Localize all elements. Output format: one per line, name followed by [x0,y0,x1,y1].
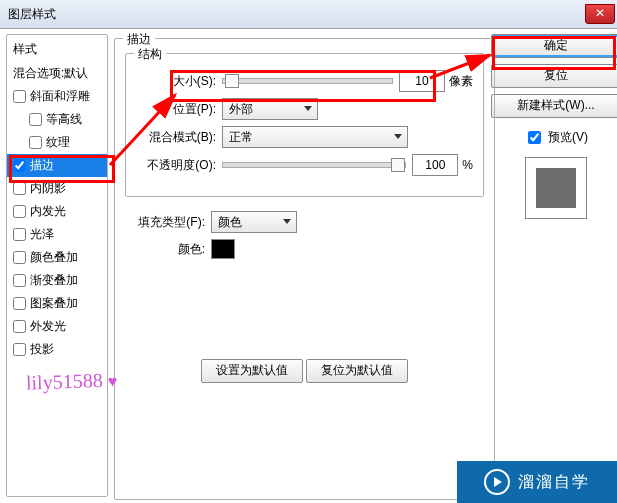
style-check-bevel[interactable] [13,90,26,103]
style-label: 内发光 [30,203,66,220]
style-check-outer-glow[interactable] [13,320,26,333]
style-item-contour[interactable]: 等高线 [7,108,107,131]
style-label: 描边 [30,157,54,174]
style-check-gradient-overlay[interactable] [13,274,26,287]
preview-swatch [536,168,576,208]
filltype-value: 颜色 [218,214,242,231]
heart-icon: ♥ [107,372,117,389]
filltype-select[interactable]: 颜色 [211,211,297,233]
style-item-pattern-overlay[interactable]: 图案叠加 [7,292,107,315]
blend-options-label: 混合选项:默认 [13,65,88,82]
style-label: 内阴影 [30,180,66,197]
watermark-text: lily51588 [26,369,103,394]
color-swatch[interactable] [211,239,235,259]
position-select[interactable]: 外部 [222,98,318,120]
style-item-inner-shadow[interactable]: 内阴影 [7,177,107,200]
logo-text: 溜溜自学 [518,472,590,493]
style-item-outer-glow[interactable]: 外发光 [7,315,107,338]
slider-thumb-icon[interactable] [225,74,239,88]
style-label: 投影 [30,341,54,358]
preview-box [525,157,587,219]
style-check-color-overlay[interactable] [13,251,26,264]
brand-logo: 溜溜自学 [457,461,617,503]
opacity-unit: % [462,158,473,172]
opacity-slider[interactable] [222,162,406,168]
structure-group-title: 结构 [134,46,166,63]
slider-thumb-icon[interactable] [391,158,405,172]
style-label: 渐变叠加 [30,272,78,289]
blendmode-label: 混合模式(B): [136,129,216,146]
position-value: 外部 [229,101,253,118]
preview-label: 预览(V) [548,129,588,146]
defaults-row: 设置为默认值 复位为默认值 [125,359,484,383]
style-label: 斜面和浮雕 [30,88,90,105]
color-row: 颜色: [125,239,484,259]
window-buttons: ✕ [585,4,617,24]
style-check-inner-glow[interactable] [13,205,26,218]
preview-checkbox[interactable] [528,131,541,144]
new-style-button[interactable]: 新建样式(W)... [491,94,617,118]
style-item-inner-glow[interactable]: 内发光 [7,200,107,223]
blendmode-select[interactable]: 正常 [222,126,408,148]
style-label: 等高线 [46,111,82,128]
play-icon [484,469,510,495]
opacity-row: 不透明度(O): % [136,154,473,176]
watermark: lily51588 ♥ [26,368,118,394]
structure-group: 结构 大小(S): 像素 位置(P): 外部 混合模式(B): 正 [125,53,484,197]
blend-options-default[interactable]: 混合选项:默认 [7,62,107,85]
opacity-label: 不透明度(O): [136,157,216,174]
size-row: 大小(S): 像素 [136,70,473,92]
actions-panel: 确定 复位 新建样式(W)... 预览(V) [501,34,611,497]
style-label: 光泽 [30,226,54,243]
reset-default-button[interactable]: 复位为默认值 [306,359,408,383]
filltype-row: 填充类型(F): 颜色 [125,211,484,233]
content-area: 样式 混合选项:默认 斜面和浮雕 等高线 纹理 描边 内阴影 内发光 [0,28,617,503]
style-check-inner-shadow[interactable] [13,182,26,195]
size-label: 大小(S): [136,73,216,90]
filltype-label: 填充类型(F): [125,214,205,231]
style-check-contour[interactable] [29,113,42,126]
style-item-gradient-overlay[interactable]: 渐变叠加 [7,269,107,292]
position-row: 位置(P): 外部 [136,98,473,120]
size-input[interactable] [399,70,445,92]
style-label: 纹理 [46,134,70,151]
ok-button[interactable]: 确定 [491,34,617,58]
style-item-drop-shadow[interactable]: 投影 [7,338,107,361]
color-label: 颜色: [125,241,205,258]
styles-panel: 样式 混合选项:默认 斜面和浮雕 等高线 纹理 描边 内阴影 内发光 [6,34,108,497]
reset-button[interactable]: 复位 [491,64,617,88]
style-item-satin[interactable]: 光泽 [7,223,107,246]
blendmode-value: 正常 [229,129,253,146]
style-check-pattern-overlay[interactable] [13,297,26,310]
size-unit: 像素 [449,73,473,90]
style-label: 颜色叠加 [30,249,78,266]
preview-row: 预览(V) [524,128,588,147]
style-label: 图案叠加 [30,295,78,312]
styles-heading: 样式 [7,39,107,62]
window-title: 图层样式 [8,6,56,23]
style-label: 外发光 [30,318,66,335]
opacity-input[interactable] [412,154,458,176]
style-check-satin[interactable] [13,228,26,241]
blendmode-row: 混合模式(B): 正常 [136,126,473,148]
style-item-color-overlay[interactable]: 颜色叠加 [7,246,107,269]
titlebar: 图层样式 ✕ [0,0,617,29]
position-label: 位置(P): [136,101,216,118]
set-default-button[interactable]: 设置为默认值 [201,359,303,383]
close-icon[interactable]: ✕ [585,4,615,24]
style-check-texture[interactable] [29,136,42,149]
style-check-stroke[interactable] [13,159,26,172]
style-item-texture[interactable]: 纹理 [7,131,107,154]
style-check-drop-shadow[interactable] [13,343,26,356]
style-item-stroke[interactable]: 描边 [7,154,107,177]
settings-panel: 描边 结构 大小(S): 像素 位置(P): 外部 混合模式(B): [114,34,495,497]
size-slider[interactable] [222,78,393,84]
style-item-bevel[interactable]: 斜面和浮雕 [7,85,107,108]
stroke-group: 描边 结构 大小(S): 像素 位置(P): 外部 混合模式(B): [114,38,495,500]
